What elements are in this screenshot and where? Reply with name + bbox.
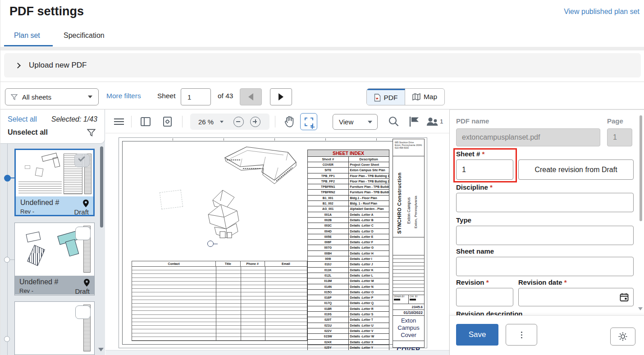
- thumbnail-label: Undefined # Rev - Draft: [15, 276, 94, 295]
- location-pin-icon: [84, 279, 90, 287]
- sheet-index-row: 004DDetails -Letter D: [308, 228, 389, 234]
- toggle-map-button[interactable]: Map: [405, 89, 444, 105]
- toolbar-divider: [182, 116, 183, 127]
- chevron-down-icon[interactable]: [220, 121, 224, 123]
- view-mode-select[interactable]: View: [333, 114, 378, 130]
- select-all-link[interactable]: Select all: [8, 115, 37, 123]
- thumbnail-checkbox[interactable]: [75, 227, 91, 240]
- discipline-input[interactable]: [456, 193, 634, 212]
- sheet-index-row: 019SDetails -Letter S: [308, 312, 389, 317]
- page-title: PDF settings: [9, 5, 84, 18]
- sheet-label: Sheet: [157, 92, 176, 100]
- sheet-name-input[interactable]: [456, 257, 634, 276]
- view-published-plan-set-link[interactable]: View published plan set: [564, 8, 639, 16]
- page-input: [607, 128, 632, 146]
- more-options-button[interactable]: [506, 324, 537, 346]
- save-button[interactable]: Save: [456, 324, 498, 346]
- sheet-index-row: TPB_FP2Floor Plan - TPB Building 2nd Flo…: [308, 178, 389, 184]
- zoom-out-button[interactable]: [233, 117, 244, 127]
- menu-hamburger-icon[interactable]: [114, 109, 124, 133]
- pdf-settings-page: PDF settings View published plan set Pla…: [0, 0, 644, 355]
- thumbnail-scrollbar[interactable]: [100, 146, 103, 228]
- sheet-index-row: 017QDetails -Letter Q: [308, 300, 389, 306]
- sheet-index-row: 003CDetails -Letter C: [308, 223, 389, 228]
- tab-specification[interactable]: Specification: [64, 32, 105, 40]
- revision-input[interactable]: [456, 288, 513, 306]
- collaborators-icon[interactable]: 1: [426, 109, 443, 133]
- sheet-index-row: 023WDetails -Letter W: [308, 334, 389, 339]
- sheet-index-title: SHEET INDEX: [308, 150, 389, 157]
- filter-funnel-icon[interactable]: [87, 128, 96, 137]
- scroll-down-arrow-icon[interactable]: [638, 307, 643, 310]
- revision-history-rows: [393, 255, 424, 295]
- revision-label: Revision: [456, 278, 489, 286]
- sheet-index-row: 025YDetails -Letter Y: [308, 345, 389, 350]
- selected-count: Selected: 1/43: [51, 115, 97, 123]
- pdf-toggle-label: PDF: [384, 94, 398, 102]
- next-sheet-button[interactable]: [270, 88, 292, 105]
- thumbnail-status: Draft: [74, 208, 89, 216]
- sheet-index-row: 018RDetails -Letter R: [308, 306, 389, 311]
- sheet-name-label: Sheet name: [456, 247, 494, 255]
- sheet-thumbnail-2[interactable]: Undefined # Rev - Draft: [14, 223, 95, 296]
- previous-sheet-button[interactable]: [240, 88, 262, 105]
- scroll-down-arrow-icon[interactable]: [98, 348, 104, 351]
- sheet-index-row: 009IDetails -Letter I: [308, 256, 389, 262]
- sun-icon: [618, 332, 628, 341]
- viewer-horizontal-scrollbar[interactable]: [105, 350, 449, 355]
- sheet-index-table: SHEET INDEX Sheet # Description COVERPro…: [307, 150, 389, 350]
- tab-plan-set[interactable]: Plan set: [14, 32, 40, 40]
- sheet-title: Exton Campus Cover: [393, 316, 424, 341]
- sheet-thumbnail-1[interactable]: Undefined # Rev - Draft: [14, 149, 95, 216]
- thumbnail-checkbox-checked[interactable]: [74, 154, 90, 167]
- timeline-dot: [4, 336, 10, 342]
- more-filters-link[interactable]: More filters: [106, 92, 141, 100]
- thumbnail-status: Draft: [75, 287, 90, 295]
- flag-icon[interactable]: [409, 109, 420, 133]
- unselect-all-link[interactable]: Unselect all: [8, 128, 48, 137]
- sheet-index-row: 022VDetails -Letter V: [308, 328, 389, 333]
- contact-col-phone: Phone #: [241, 261, 265, 266]
- create-revision-from-draft-button[interactable]: Create revision from Draft: [518, 159, 634, 180]
- toggle-pdf-button[interactable]: PDF: [367, 89, 405, 105]
- pdf-canvas[interactable]: SHEET INDEX Sheet # Description COVERPro…: [105, 133, 449, 350]
- search-icon[interactable]: [388, 109, 399, 133]
- sheet-number-block: COVER: [393, 341, 424, 350]
- sheet-index-row: 015ODetails -Letter O: [308, 289, 389, 295]
- sheet-index-row: 014NDetails -Letter N: [308, 284, 389, 289]
- tent-structures-drawing: [199, 187, 243, 241]
- pdf-page: SHEET INDEX Sheet # Description COVERPro…: [119, 137, 427, 348]
- sheet-index-col-sheet: Sheet #: [308, 157, 349, 162]
- thumbnail-preview: [15, 223, 94, 276]
- contact-col-title: Title: [216, 261, 240, 266]
- calendar-icon[interactable]: [620, 293, 629, 302]
- thumbnail-checkbox[interactable]: [75, 305, 91, 319]
- contact-col-email: Email: [265, 261, 307, 266]
- thumbnail-sheet-number: Undefined #: [20, 199, 89, 207]
- zoom-in-button[interactable]: [250, 117, 260, 127]
- revision-date-input[interactable]: [518, 288, 634, 306]
- sheet-number-input[interactable]: [456, 159, 513, 180]
- marquee-select-button-active[interactable]: [300, 113, 317, 130]
- side-panel-icon[interactable]: [141, 109, 151, 133]
- firm-name: SYNCHRO Construction: [397, 173, 402, 234]
- map-toggle-label: Map: [424, 93, 437, 101]
- zoom-level-value[interactable]: 26 %: [198, 118, 214, 126]
- timeline-dot: [4, 257, 10, 263]
- sheet-thumbnail-3[interactable]: [14, 301, 95, 355]
- page-settings-icon[interactable]: [163, 109, 172, 133]
- upload-new-pdf-label: Upload new PDF: [29, 61, 87, 70]
- brightness-settings-button[interactable]: [610, 328, 635, 346]
- sheet-index-row: AG_001Alphabet Garden - Plan: [308, 206, 389, 212]
- sheet-index-row: 001ADetails -Letter A: [308, 212, 389, 217]
- pdf-name-label: PDF name: [456, 117, 489, 125]
- upload-new-pdf-expander[interactable]: Upload new PDF: [4, 53, 641, 77]
- type-input[interactable]: [456, 226, 634, 245]
- panel-scrollbar[interactable]: [639, 115, 642, 221]
- pdf-name-input: [456, 128, 600, 146]
- sheet-number-nav-input[interactable]: [181, 88, 211, 105]
- sheets-filter-select[interactable]: All sheets: [5, 88, 99, 105]
- pan-hand-icon[interactable]: [284, 109, 295, 133]
- view-select-value: View: [339, 118, 353, 126]
- sheet-number-label: Sheet #: [456, 150, 484, 158]
